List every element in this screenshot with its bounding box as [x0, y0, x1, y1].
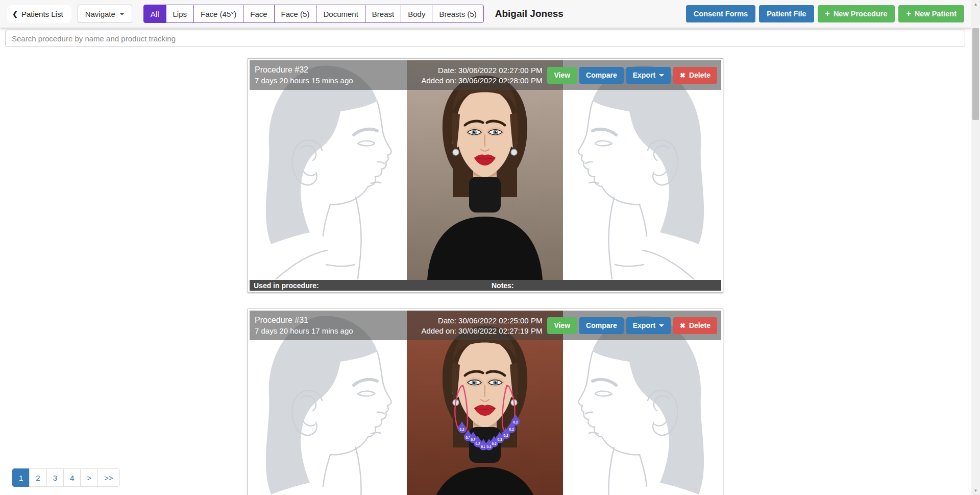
- procedure-added: Added on: 30/06/2022 02:27:19 PM: [422, 326, 543, 335]
- procedure-32-footer: Used in procedure: Notes:: [250, 280, 721, 291]
- patient-name: Abigail Joness: [495, 8, 564, 19]
- procedure-32-header: Procedure #32 7 days 20 hours 15 mins ag…: [250, 60, 721, 90]
- new-procedure-button[interactable]: + New Procedure: [818, 5, 895, 22]
- tab-document[interactable]: Document: [316, 5, 365, 23]
- tab-all[interactable]: All: [143, 5, 166, 23]
- caret-down-icon: [119, 13, 125, 15]
- view-button[interactable]: View: [547, 317, 577, 334]
- last-page-button[interactable]: >>: [97, 468, 120, 487]
- plus-icon: +: [906, 10, 911, 18]
- export-dropdown-button[interactable]: Export: [626, 67, 671, 84]
- export-dropdown-button[interactable]: Export: [626, 317, 671, 334]
- page-1-button[interactable]: 1: [12, 468, 30, 487]
- filter-tabs: All Lips Face (45°) Face Face (5) Docume…: [143, 5, 484, 23]
- consent-forms-button[interactable]: Consent Forms: [686, 5, 755, 22]
- view-button[interactable]: View: [547, 67, 577, 84]
- chevron-left-icon: ❮: [12, 10, 18, 18]
- svg-text:0.3: 0.3: [497, 438, 502, 441]
- scrollbar-thumb[interactable]: [972, 28, 979, 120]
- caret-down-icon: [659, 74, 664, 77]
- patient-file-button[interactable]: Patient File: [759, 5, 814, 22]
- patient-photo-image[interactable]: [407, 60, 563, 280]
- new-patient-button[interactable]: + New Patient: [898, 5, 964, 22]
- svg-text:0.2: 0.2: [492, 442, 496, 445]
- patients-list-label: Patients List: [21, 10, 63, 18]
- search-input[interactable]: [5, 30, 965, 47]
- compare-button[interactable]: Compare: [579, 317, 624, 334]
- patients-list-back-button[interactable]: ❮ Patients List: [7, 5, 71, 23]
- procedure-title: Procedure #32: [255, 65, 353, 75]
- svg-text:0.2: 0.2: [459, 428, 464, 431]
- page-2-button[interactable]: 2: [29, 468, 46, 487]
- caret-down-icon: [659, 324, 664, 327]
- tab-body[interactable]: Body: [401, 5, 432, 23]
- procedure-card-31: Procedure #31 7 days 20 hours 17 mins ag…: [248, 309, 723, 495]
- navigate-label: Navigate: [85, 10, 115, 18]
- next-page-button[interactable]: >: [80, 468, 98, 487]
- page-4-button[interactable]: 4: [63, 468, 81, 487]
- page-3-button[interactable]: 3: [46, 468, 64, 487]
- scroll-down-icon[interactable]: ▼: [971, 486, 980, 495]
- used-in-procedure-label: Used in procedure:: [250, 281, 319, 290]
- tab-breasts-5[interactable]: Breasts (5): [432, 5, 483, 23]
- procedure-31-header: Procedure #31 7 days 20 hours 17 mins ag…: [250, 311, 721, 340]
- top-navbar: ❮ Patients List Navigate All Lips Face (…: [0, 0, 971, 28]
- procedure-added: Added on: 30/06/2022 02:28:00 PM: [422, 76, 543, 85]
- page: ❮ Patients List Navigate All Lips Face (…: [0, 0, 971, 495]
- x-icon: ✖: [680, 322, 685, 329]
- procedure-date: Date: 30/06/2022 02:25:00 PM: [422, 316, 543, 325]
- tab-face-45[interactable]: Face (45°): [193, 5, 243, 23]
- procedure-32-actions: View Compare Export ✖ Delete: [547, 67, 717, 84]
- procedure-date: Date: 30/06/2022 02:27:00 PM: [422, 66, 543, 75]
- plus-icon: +: [825, 10, 830, 18]
- tab-face-5[interactable]: Face (5): [274, 5, 317, 23]
- procedure-title: Procedure #31: [255, 316, 353, 325]
- search-bar: [5, 30, 965, 47]
- compare-button[interactable]: Compare: [579, 67, 624, 84]
- x-icon: ✖: [680, 72, 685, 79]
- navbar-actions: Consent Forms Patient File + New Procedu…: [686, 5, 964, 22]
- tab-lips[interactable]: Lips: [166, 5, 194, 23]
- scroll-up-icon[interactable]: ▲: [971, 0, 980, 9]
- procedure-list: Procedure #32 7 days 20 hours 15 mins ag…: [248, 58, 723, 495]
- procedure-age: 7 days 20 hours 15 mins ago: [255, 76, 353, 85]
- procedure-31-actions: View Compare Export ✖ Delete: [547, 317, 717, 334]
- delete-button[interactable]: ✖ Delete: [673, 317, 717, 334]
- svg-text:0.2: 0.2: [503, 434, 508, 437]
- vertical-scrollbar[interactable]: ▲ ▼: [971, 0, 980, 495]
- procedure-age: 7 days 20 hours 17 mins ago: [255, 326, 353, 335]
- notes-label: Notes:: [492, 281, 514, 290]
- svg-text:0.2: 0.2: [513, 420, 518, 424]
- tab-face[interactable]: Face: [243, 5, 274, 23]
- tab-breast[interactable]: Breast: [365, 5, 401, 23]
- procedure-card-32: Procedure #32 7 days 20 hours 15 mins ag…: [248, 58, 723, 293]
- svg-text:0.2: 0.2: [509, 428, 513, 431]
- face-template-left-image[interactable]: [250, 60, 406, 280]
- navigate-dropdown[interactable]: Navigate: [78, 5, 132, 23]
- delete-button[interactable]: ✖ Delete: [673, 67, 717, 84]
- pagination: 1 2 3 4 > >>: [12, 468, 120, 487]
- face-template-right-image[interactable]: [564, 60, 720, 280]
